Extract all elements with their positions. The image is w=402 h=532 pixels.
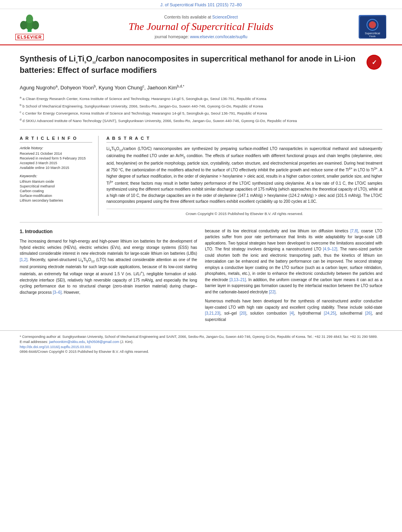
article-info-abstract-section: A R T I C L E I N F O Article history: R… [20,136,382,216]
svg-point-4 [26,15,33,23]
article-title-section: Synthesis of Li4Ti5O12/carbon nanocompos… [20,53,382,79]
journal-logo-right: Supercritical Fluids [355,13,390,41]
keywords-section: Keywords: Lithium titanium oxide Supercr… [20,174,92,202]
keywords-label: Keywords: [20,174,92,178]
keyword-5: Lithium secondary batteries [20,198,92,202]
supercritical-fluids-logo: Supercritical Fluids [359,15,386,39]
homepage-line: journal homepage: www.elsevier.com/locat… [51,34,351,39]
abstract-text: Li4Ti5O12/carbon (LTO/C) nanocomposites … [106,146,382,205]
abstract-copyright: Crown Copyright © 2015 Published by Else… [106,209,382,216]
email-link-2[interactable]: kjh0508@gmail.com [87,340,119,344]
main-content: Synthesis of Li4Ti5O12/carbon nanocompos… [0,45,402,330]
elsevier-tree-icon [16,13,43,33]
issn-line: 0896-8446/Crown Copyright © 2015 Publish… [20,350,382,354]
article-title: Synthesis of Li4Ti5O12/carbon nanocompos… [20,53,361,76]
affiliation-b: b b School of Mechanical Engineering, Su… [20,103,382,109]
svg-point-7 [369,21,376,28]
introduction-section: 1. Introduction The increasing demand fo… [20,228,382,323]
history-label: Article history: [20,146,92,150]
received-date: Received 21 October 2014 [20,152,92,156]
svg-point-2 [20,21,27,30]
accepted-date: Accepted 3 March 2015 [20,161,92,165]
abstract-col: A B S T R A C T Li4Ti5O12/carbon (LTO/C)… [106,136,382,216]
intro-col-right: because of its low electrical conductivi… [205,228,382,323]
journal-header-center: Contents lists available at ScienceDirec… [51,15,351,39]
email-line: E-mail addresses: jaehoonkim@skku.edu, k… [20,340,382,344]
crossmark-icon: ✓ [367,55,382,70]
intro-paragraph-3: Numerous methods have been developed for… [205,298,382,323]
corresponding-note: * Corresponding author at: Sungkyunkwan … [20,335,382,339]
keyword-2: Supercritical methanol [20,184,92,188]
affiliations-section: a a Clean Energy Research Center, Korea … [20,95,382,130]
affiliation-c: c c Center for Energy Convergence, Korea… [20,110,382,116]
homepage-link[interactable]: www.elsevier.com/locate/supflu [190,34,247,39]
keyword-3: Carbon coating [20,189,92,193]
sciencedirect-link[interactable]: ScienceDirect [212,15,238,19]
doi-line: http://dx.doi.org/10.1016/j.supflu.2015.… [20,345,382,349]
intro-paragraph-1: The increasing demand for high-energy an… [20,238,197,295]
available-date: Available online 10 March 2015 [20,166,92,170]
affiliation-d: d d SKKU Advanced Institute of Nano Tech… [20,117,382,124]
abstract-header: A B S T R A C T [106,136,382,143]
revised-date: Received in revised form 5 February 2015 [20,156,92,160]
article-history: Article history: Received 21 October 201… [20,146,92,170]
authors-section: Agung Nugrohoa, Dohyeon Yoonb, Kyung Yoo… [20,83,382,92]
footer-section: * Corresponding author at: Sungkyunkwan … [0,330,402,359]
svg-point-3 [32,21,39,30]
elsevier-wordmark: ELSEVIER [15,34,44,40]
affiliation-a: a a Clean Energy Research Center, Korea … [20,95,382,102]
journal-header: ELSEVIER Contents lists available at Sci… [0,9,402,45]
top-bar: J. of Supercritical Fluids 101 (2015) 72… [0,0,402,9]
doi-link[interactable]: http://dx.doi.org/10.1016/j.supflu.2015.… [20,345,91,349]
intro-col-left: 1. Introduction The increasing demand fo… [20,228,197,323]
contents-line: Contents lists available at ScienceDirec… [51,15,351,19]
page-container: J. of Supercritical Fluids 101 (2015) 72… [0,0,402,532]
svg-text:Supercritical: Supercritical [365,32,380,35]
journal-title: The Journal of Supercritical Fluids [51,21,351,33]
introduction-heading: 1. Introduction [20,228,197,235]
intro-paragraph-2: because of its low electrical conductivi… [205,228,382,295]
crossmark-badge: ✓ [367,55,382,70]
keyword-4: Surface-modification [20,194,92,198]
journal-short-ref: J. of Supercritical Fluids 101 (2015) 72… [160,2,242,7]
article-info-header: A R T I C L E I N F O [20,136,92,143]
svg-text:✓: ✓ [372,59,377,66]
elsevier-logo-container: ELSEVIER [12,13,47,41]
email-link-1[interactable]: jaehoonkim@skku.edu [49,340,85,344]
keyword-1: Lithium titanium oxide [20,180,92,184]
article-info-col: A R T I C L E I N F O Article history: R… [20,136,99,216]
section-divider [20,222,382,222]
svg-text:Fluids: Fluids [369,35,375,37]
journal-logo-graphic: Supercritical Fluids [360,16,385,38]
elsevier-logo: ELSEVIER [15,13,44,40]
